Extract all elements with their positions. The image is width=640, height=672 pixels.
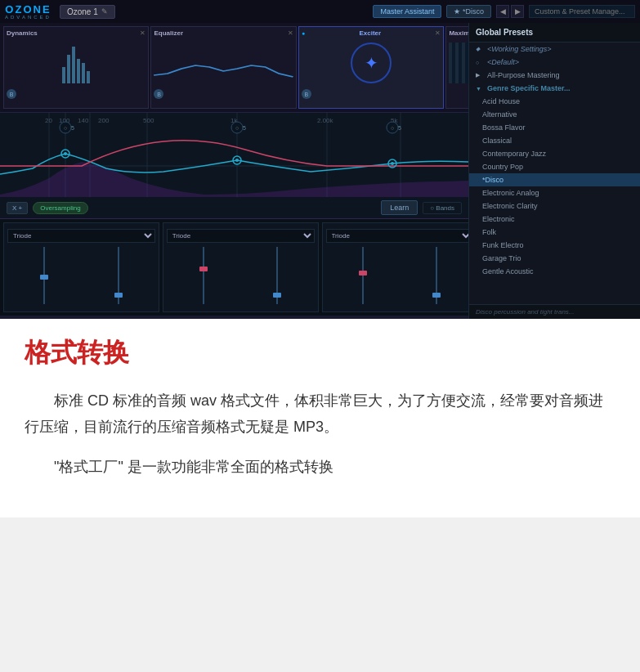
prev-arrow[interactable]: ◀	[496, 5, 509, 18]
dynamics-badge-b: B	[7, 89, 16, 99]
dynamics-viz	[7, 38, 145, 87]
equalizer-module: Equalizer ✕ B	[150, 26, 296, 109]
eq-preview-svg	[154, 43, 293, 83]
svg-text:5: 5	[243, 125, 246, 131]
svg-text:500: 500	[143, 117, 154, 124]
content-section: 格式转换 标准 CD 标准的音频 wav 格式文件，体积非常巨大，为了方便交流，…	[0, 319, 640, 517]
svg-text:2.00k: 2.00k	[317, 117, 334, 124]
equalizer-label: Equalizer	[154, 29, 183, 37]
preset-gentle-acoustic[interactable]: Gentle Acoustic	[469, 265, 640, 278]
svg-text:200: 200	[98, 117, 110, 124]
preset-manage-input[interactable]	[529, 5, 635, 18]
equalizer-viz	[154, 38, 293, 87]
dynamics-label: Dynamics	[7, 29, 38, 37]
dynamics-bars	[62, 43, 90, 83]
band-2-select[interactable]: Triode Tube Tape	[167, 229, 315, 243]
band-1-faders	[7, 243, 155, 308]
svg-text:5: 5	[71, 125, 74, 131]
preset-electronic-clarity[interactable]: Electronic Clarity	[469, 199, 640, 213]
genre-specific-icon: ▼	[476, 86, 484, 92]
dynamics-close[interactable]: ✕	[140, 29, 145, 37]
exciter-module: ● Exciter ✕ ✦ B	[298, 26, 444, 109]
band-control-3: Triode Tube Tape	[322, 222, 478, 312]
disco-label: *Disco	[482, 176, 503, 184]
dyn-bar-5	[82, 63, 85, 83]
preset-bossa-flavor[interactable]: Bossa Flavor	[469, 121, 640, 134]
dyn-bar-2	[67, 55, 70, 83]
contemporary-jazz-label: Contemporary Jazz	[482, 150, 546, 158]
exciter-label: Exciter	[359, 29, 381, 37]
oversampling-button[interactable]: Oversampling	[33, 202, 87, 214]
preset-alternative[interactable]: Alternative	[469, 108, 640, 121]
country-pop-label: Country Pop	[482, 163, 523, 171]
dyn-bar-3	[72, 47, 75, 83]
edit-icon: ✎	[101, 7, 108, 16]
section-title: 格式转换	[25, 335, 615, 371]
preset-electronic-analog[interactable]: Electronic Analog	[469, 186, 640, 199]
band-3-select[interactable]: Triode Tube Tape	[326, 229, 474, 243]
preset-working-settings[interactable]: ◆ <Working Settings>	[469, 43, 640, 56]
dyn-bar-1	[62, 67, 65, 83]
disco-button[interactable]: ★ *Disco	[446, 5, 491, 18]
gentle-acoustic-label: Gentle Acoustic	[482, 267, 534, 276]
band-2-handle-b[interactable]	[273, 293, 281, 298]
band-3-fader-b	[436, 247, 437, 304]
preset-electronic[interactable]: Electronic	[469, 213, 640, 226]
electronic-label: Electronic	[482, 215, 515, 223]
working-settings-icon: ◆	[476, 46, 484, 52]
equalizer-close[interactable]: ✕	[288, 29, 293, 37]
band-3-faders	[326, 243, 474, 308]
ozone-subtitle: ADVANCED	[5, 15, 51, 20]
body-paragraph-2: "格式工厂" 是一款功能非常全面的格式转换	[25, 454, 615, 480]
preset-tag[interactable]: Ozone 1 ✎	[60, 5, 115, 19]
bands-button[interactable]: ○ Bands	[423, 202, 462, 214]
preset-working-settings-label: <Working Settings>	[487, 45, 552, 53]
nav-arrows: ◀ ▶	[496, 5, 524, 18]
band-2-handle-a[interactable]	[199, 267, 208, 271]
body-paragraph-1: 标准 CD 标准的音频 wav 格式文件，体积非常巨大，为了方便交流，经常要对音…	[25, 388, 615, 441]
eq-badge-b: B	[154, 89, 163, 99]
bossa-flavor-label: Bossa Flavor	[482, 123, 526, 132]
preset-default-label: <Default>	[487, 58, 519, 66]
master-assistant-button[interactable]: Master Assistant	[373, 5, 441, 18]
plugin-container: OZONE ADVANCED Ozone 1 ✎ Master Assistan…	[0, 0, 640, 319]
band-1-handle-b[interactable]	[114, 293, 123, 298]
preset-all-purpose-label: All-Purpose Mastering	[487, 71, 560, 79]
controls-row: X + Oversampling Learn ○ Bands	[0, 197, 468, 218]
exciter-viz: ✦	[302, 38, 441, 87]
exciter-close[interactable]: ✕	[435, 29, 441, 37]
preset-contemporary-jazz[interactable]: Contemporary Jazz	[469, 147, 640, 160]
dyn-bar-4	[77, 59, 80, 83]
band-1-handle-a[interactable]	[40, 275, 48, 280]
preset-acid-house[interactable]: Acid House	[469, 95, 640, 108]
ozone-logo: OZONE ADVANCED	[5, 4, 51, 20]
next-arrow[interactable]: ▶	[511, 5, 524, 18]
presets-panel: Global Presets ◆ <Working Settings> ○ <D…	[468, 23, 640, 319]
band-1-select[interactable]: Triode Tube Tape	[7, 229, 155, 243]
preset-funk-electro[interactable]: Funk Electro	[469, 239, 640, 252]
band-3-fader-a	[362, 247, 364, 304]
dynamics-module: Dynamics ✕ B	[3, 26, 149, 109]
preset-country-pop[interactable]: Country Pop	[469, 160, 640, 173]
preset-genre-label: Genre Specific Master...	[487, 84, 571, 92]
preset-all-purpose[interactable]: ▶ All-Purpose Mastering	[469, 69, 640, 82]
preset-folk[interactable]: Folk	[469, 226, 640, 239]
preset-genre-specific[interactable]: ▼ Genre Specific Master...	[469, 82, 640, 95]
band-3-handle-b[interactable]	[432, 293, 441, 298]
preset-garage-trio[interactable]: Garage Trio	[469, 252, 640, 265]
band-2-fader-a	[203, 247, 204, 304]
classical-label: Classical	[482, 137, 512, 145]
learn-button[interactable]: Learn	[381, 200, 418, 215]
preset-default[interactable]: ○ <Default>	[469, 56, 640, 69]
acid-house-label: Acid House	[482, 97, 520, 105]
band-3-handle-a[interactable]	[359, 271, 367, 276]
preset-disco[interactable]: *Disco	[469, 173, 640, 186]
svg-text:○: ○	[235, 125, 239, 131]
default-icon: ○	[476, 60, 484, 65]
svg-text:○: ○	[64, 125, 67, 131]
svg-point-19	[235, 159, 239, 162]
xplus-button[interactable]: X +	[7, 202, 28, 214]
preset-description: Disco percussion and tight trans...	[469, 304, 640, 319]
band-control-1: Triode Tube Tape	[3, 222, 159, 312]
preset-classical[interactable]: Classical	[469, 134, 640, 147]
